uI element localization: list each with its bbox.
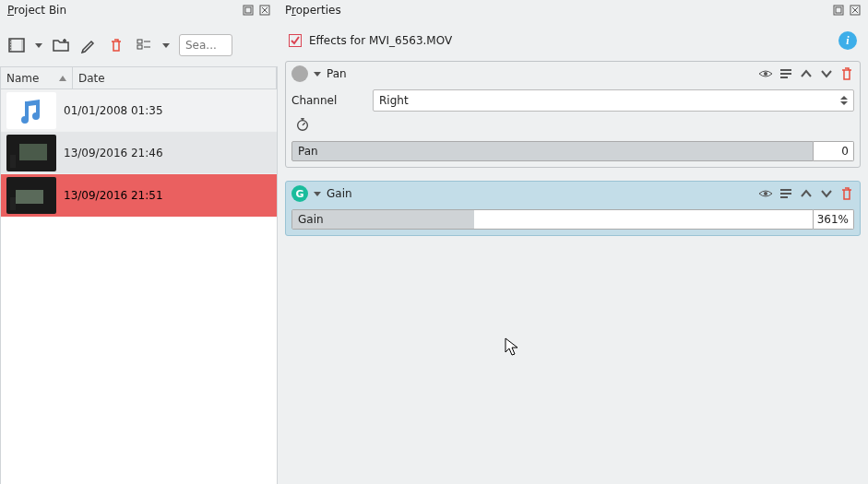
collapse-arrow-icon[interactable] [314, 72, 321, 77]
delete-effect-icon[interactable] [839, 66, 854, 81]
svg-rect-4 [836, 7, 841, 13]
bin-toolbar [0, 24, 278, 66]
svg-rect-14 [137, 45, 142, 49]
gain-slider[interactable]: Gain [291, 209, 814, 230]
svg-rect-1 [245, 7, 251, 13]
effect-name: Gain [327, 187, 352, 200]
project-bin-title: Project Bin [0, 0, 278, 24]
dock-close-icon[interactable] [257, 3, 272, 18]
effect-pan: Pan Channel Right [285, 61, 861, 168]
svg-point-11 [10, 45, 11, 46]
presets-icon[interactable] [779, 186, 793, 201]
move-down-icon[interactable] [819, 66, 834, 81]
thumbnail-audio [6, 92, 56, 129]
svg-point-12 [10, 48, 11, 49]
clip-icon[interactable] [7, 36, 26, 54]
clip-menu-arrow[interactable] [35, 43, 42, 48]
svg-point-17 [764, 72, 767, 76]
dock-close-icon[interactable] [848, 3, 862, 18]
presets-icon[interactable] [779, 66, 793, 81]
delete-effect-icon[interactable] [839, 186, 854, 201]
channel-select[interactable]: Right [373, 89, 854, 112]
table-row[interactable]: 01/01/2008 01:35 [1, 89, 277, 132]
properties-title: Properties [278, 0, 868, 24]
keyframe-timer-icon[interactable] [295, 117, 310, 132]
info-icon[interactable]: i [838, 31, 857, 50]
thumbnail-video [6, 177, 56, 214]
eye-icon[interactable] [758, 186, 773, 201]
row-date: 13/09/2016 21:51 [62, 189, 277, 202]
svg-point-25 [764, 192, 767, 195]
svg-rect-8 [21, 39, 24, 52]
collapse-arrow-icon[interactable] [314, 192, 321, 196]
view-mode-icon[interactable] [135, 36, 153, 54]
pan-slider[interactable]: Pan [291, 141, 814, 161]
svg-line-22 [303, 123, 305, 125]
column-name[interactable]: Name [1, 67, 73, 89]
channel-label: Channel [291, 94, 365, 107]
dock-float-icon[interactable] [831, 3, 846, 18]
sort-ascending-icon [59, 76, 66, 81]
row-date: 13/09/2016 21:46 [62, 147, 277, 159]
eye-icon[interactable] [758, 66, 773, 81]
folder-add-icon[interactable] [52, 36, 70, 54]
effects-enable-checkbox[interactable] [289, 34, 302, 47]
table-row[interactable]: 13/09/2016 21:51 [1, 174, 277, 217]
gain-value[interactable]: 361% [814, 209, 854, 230]
row-date: 01/01/2008 01:35 [62, 104, 277, 117]
table-row[interactable]: 13/09/2016 21:46 [1, 132, 277, 174]
edit-icon[interactable] [79, 36, 98, 54]
delete-icon[interactable] [107, 36, 125, 54]
svg-point-10 [10, 42, 11, 43]
gain-effect-icon: G [291, 185, 308, 202]
pan-effect-icon [291, 65, 308, 82]
svg-point-9 [10, 40, 11, 41]
effects-header: Effects for MVI_6563.MOV i [281, 24, 864, 57]
move-up-icon[interactable] [799, 186, 814, 201]
effect-gain: G Gain Gain 361% [285, 181, 861, 236]
effect-name: Pan [327, 67, 347, 80]
move-up-icon[interactable] [799, 66, 814, 81]
bin-table: Name Date 01/01/2008 01:35 13/09/2016 21… [0, 66, 278, 484]
effects-title: Effects for MVI_6563.MOV [309, 34, 452, 47]
svg-rect-13 [137, 40, 142, 43]
view-menu-arrow[interactable] [162, 43, 170, 48]
pan-value[interactable]: 0 [814, 141, 854, 161]
column-date[interactable]: Date [73, 67, 277, 89]
move-down-icon[interactable] [819, 186, 834, 201]
search-input[interactable] [179, 34, 232, 56]
thumbnail-video [6, 135, 56, 171]
dock-float-icon[interactable] [241, 3, 256, 18]
